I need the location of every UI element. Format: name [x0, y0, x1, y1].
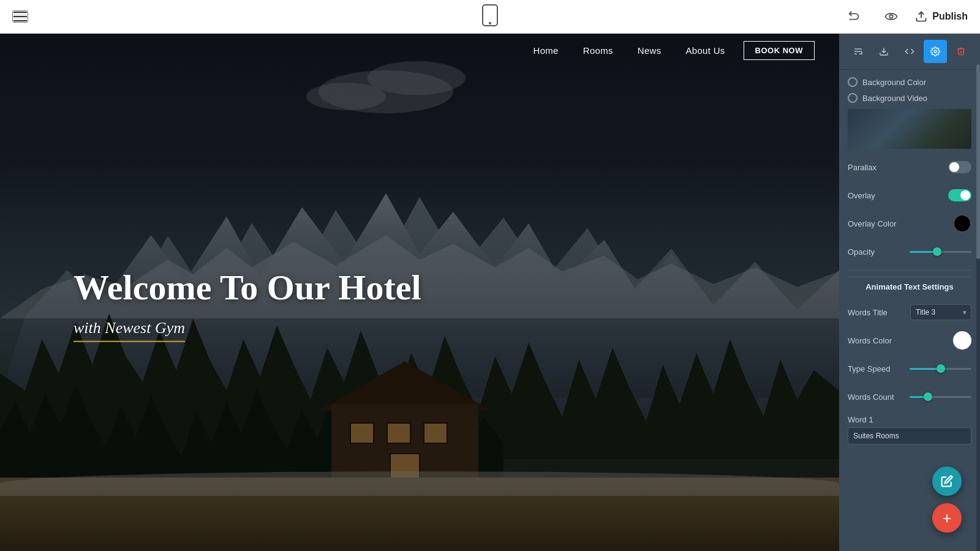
parallax-thumb: [949, 162, 959, 172]
nav-book-now[interactable]: BOOK NOW: [744, 41, 815, 60]
hero-section: Home Rooms News About Us BOOK NOW Welcom…: [0, 34, 839, 551]
words-color-row: Words Color: [848, 331, 971, 350]
section-divider-1: [848, 270, 971, 271]
overlay-row: Overlay: [848, 186, 971, 205]
toolbar-center: [481, 4, 499, 29]
overlay-label: Overlay: [848, 191, 948, 200]
type-speed-label: Type Speed: [848, 364, 910, 373]
words-title-select[interactable]: Title 1 Title 2 Title 3 Title 4: [910, 304, 971, 320]
parallax-toggle[interactable]: [948, 161, 971, 173]
settings-icon: [930, 47, 940, 56]
preview-button[interactable]: [878, 6, 904, 27]
hero-nav: Home Rooms News About Us BOOK NOW: [0, 34, 839, 67]
nav-rooms[interactable]: Rooms: [583, 45, 613, 56]
bg-video-row: Background Video: [848, 93, 971, 103]
opacity-slider-thumb[interactable]: [933, 247, 941, 256]
type-speed-slider-track[interactable]: [910, 368, 971, 370]
parallax-row: Parallax: [848, 157, 971, 177]
thumb-inner: [848, 109, 971, 149]
words-count-slider-track[interactable]: [910, 396, 971, 398]
phone-icon: [481, 4, 499, 27]
words-count-slider-container: [910, 396, 971, 398]
overlay-color-row: Overlay Color: [848, 214, 971, 233]
bg-color-label: Background Color: [862, 78, 971, 87]
publish-label: Publish: [932, 11, 968, 22]
svg-point-8: [934, 50, 937, 53]
edit-fab-button[interactable]: [932, 467, 962, 496]
bg-color-row: Background Color: [848, 77, 971, 87]
opacity-label: Opacity: [848, 247, 910, 257]
toolbar: Publish: [0, 0, 980, 34]
panel-scrollbar-thumb: [976, 64, 980, 259]
word1-section: Word 1: [848, 415, 971, 447]
parallax-label: Parallax: [848, 163, 948, 172]
panel-toolbar: [839, 34, 980, 70]
nav-news[interactable]: News: [638, 45, 662, 56]
publish-button[interactable]: Publish: [915, 10, 968, 23]
fab-container: +: [932, 467, 962, 533]
code-button[interactable]: [898, 40, 921, 63]
bg-color-radio[interactable]: [848, 77, 858, 87]
bg-video-radio[interactable]: [848, 93, 858, 103]
undo-button[interactable]: [842, 6, 867, 27]
opacity-slider-track[interactable]: [910, 251, 971, 253]
sort-button[interactable]: [846, 40, 870, 63]
menu-button[interactable]: [12, 10, 28, 23]
type-speed-slider-container: [910, 368, 971, 370]
opacity-row: Opacity: [848, 242, 971, 261]
settings-button[interactable]: [924, 40, 947, 63]
main-area: Home Rooms News About Us BOOK NOW Welcom…: [0, 34, 980, 551]
overlay-color-label: Overlay Color: [848, 219, 953, 228]
panel-scrollbar[interactable]: [976, 64, 980, 551]
toolbar-left: [12, 10, 28, 23]
words-count-thumb[interactable]: [924, 392, 932, 401]
eye-icon: [884, 10, 898, 23]
words-title-select-wrapper: Title 1 Title 2 Title 3 Title 4 ▼: [910, 304, 971, 320]
svg-point-3: [889, 15, 893, 18]
overlay-toggle[interactable]: [948, 189, 971, 201]
words-title-label: Words Title: [848, 308, 910, 317]
add-fab-button[interactable]: +: [932, 503, 962, 533]
word1-label: Word 1: [848, 415, 971, 424]
words-count-row: Words Count: [848, 387, 971, 407]
trash-button[interactable]: [949, 40, 973, 63]
download-button[interactable]: [872, 40, 895, 63]
undo-icon: [848, 10, 861, 23]
bg-thumbnail[interactable]: [848, 109, 971, 149]
animated-text-header: Animated Text Settings: [848, 277, 971, 298]
add-icon: +: [942, 510, 951, 526]
nav-about[interactable]: About Us: [686, 45, 725, 56]
words-count-label: Words Count: [848, 392, 910, 402]
sort-icon: [853, 47, 863, 56]
upload-icon: [915, 10, 927, 23]
hero-content: Welcome To Our Hotel with Newest Gym: [74, 267, 421, 342]
pencil-icon: [941, 475, 953, 487]
opacity-slider-container: [910, 251, 971, 253]
toolbar-right: Publish: [842, 6, 968, 27]
nav-home[interactable]: Home: [533, 45, 559, 56]
words-title-row: Words Title Title 1 Title 2 Title 3 Titl…: [848, 302, 971, 322]
code-icon: [905, 47, 914, 56]
words-color-swatch[interactable]: [953, 331, 971, 350]
svg-point-1: [489, 22, 491, 24]
hero-subtitle: with Newest Gym: [74, 319, 185, 342]
words-color-label: Words Color: [848, 336, 953, 345]
word1-input[interactable]: [848, 427, 971, 444]
type-speed-thumb[interactable]: [937, 364, 945, 373]
download-icon: [879, 47, 889, 56]
overlay-thumb: [960, 190, 970, 200]
overlay-color-swatch[interactable]: [953, 214, 971, 233]
bg-video-label: Background Video: [862, 94, 971, 103]
trash-icon: [956, 47, 966, 56]
type-speed-row: Type Speed: [848, 359, 971, 378]
hero-title: Welcome To Our Hotel: [74, 267, 421, 308]
